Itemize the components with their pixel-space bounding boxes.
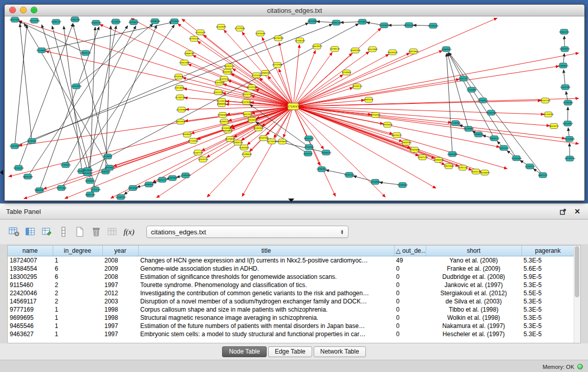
column-header-year[interactable]: year xyxy=(102,246,138,256)
column-header-title[interactable]: title xyxy=(138,246,394,256)
float-panel-icon[interactable] xyxy=(558,207,568,216)
svg-text:21120208: 21120208 xyxy=(216,100,227,102)
svg-text:25267394: 25267394 xyxy=(540,99,551,102)
network-table-selector-value: citations_edges.txt xyxy=(151,228,340,236)
table-cell: 9699695 xyxy=(8,314,53,322)
column-header-short[interactable]: short xyxy=(426,246,521,256)
row-height-icon[interactable] xyxy=(56,225,71,239)
svg-text:13901568: 13901568 xyxy=(179,61,190,64)
new-document-icon[interactable] xyxy=(73,225,87,239)
column-header-out-de-[interactable]: △ out_de… xyxy=(394,246,426,256)
table-cell: 1997 xyxy=(102,281,138,289)
svg-text:10876388: 10876388 xyxy=(128,187,139,189)
svg-text:15926682: 15926682 xyxy=(382,123,393,126)
table-cell: 1997 xyxy=(102,330,138,338)
close-window-button[interactable] xyxy=(9,7,16,13)
network-canvas[interactable]: 2381726523114758218813371748138114569798… xyxy=(5,16,583,201)
table-row[interactable]: 1456911722003Disruption of a novel membe… xyxy=(8,297,574,305)
table-cell: Structural magnetic resonance image aver… xyxy=(138,314,394,322)
delete-icon[interactable] xyxy=(89,225,103,239)
svg-text:14194299: 14194299 xyxy=(543,113,554,116)
table-row[interactable]: 946362711997Embryonic stem cells: a mode… xyxy=(8,330,574,338)
network-window-titlebar[interactable]: citations_edges.txt xyxy=(5,5,584,16)
svg-text:20221313: 20221313 xyxy=(157,179,168,181)
svg-text:8044297: 8044297 xyxy=(303,152,313,155)
table-row[interactable]: 977716911998Corpus callosum shape and si… xyxy=(8,305,574,314)
table-cell: 2009 xyxy=(102,265,138,273)
svg-text:11870835: 11870835 xyxy=(214,81,225,84)
zoom-window-button[interactable] xyxy=(31,7,37,13)
table-cell: Wolkin et al. (1998) xyxy=(426,314,521,322)
tab-edge-table[interactable]: Edge Table xyxy=(268,346,312,357)
close-panel-icon[interactable]: ✕ xyxy=(573,207,582,216)
table-row[interactable]: 946554611997Estimation of the future num… xyxy=(8,322,574,330)
svg-text:12437871: 12437871 xyxy=(216,26,227,28)
table-cell: 18300295 xyxy=(8,273,53,281)
svg-text:17757073: 17757073 xyxy=(60,164,71,166)
table-panel-title: Table Panel xyxy=(6,208,41,215)
minimize-window-button[interactable] xyxy=(20,7,27,13)
table-row[interactable]: 2242004622012Investigating the contribut… xyxy=(8,289,574,297)
table-cell: 5.3E-5 xyxy=(521,314,574,322)
svg-text:15041429: 15041429 xyxy=(344,173,355,176)
table-cell: 0 xyxy=(394,273,426,281)
cytoscape-app: citations_edges.txt 23817265231147582188… xyxy=(0,0,588,372)
function-builder-icon[interactable]: f(x) xyxy=(122,225,136,239)
tab-node-table[interactable]: Node Table xyxy=(222,346,267,357)
svg-text:16240256: 16240256 xyxy=(273,37,284,39)
column-header-pagerank[interactable]: pagerank xyxy=(521,246,574,256)
svg-text:14451167: 14451167 xyxy=(458,166,468,169)
table-row[interactable]: 969969511998Structural magnetic resonanc… xyxy=(8,314,574,322)
svg-text:13530569: 13530569 xyxy=(370,181,381,183)
table-cell: 9465546 xyxy=(8,322,53,330)
table-vertical-scrollbar[interactable] xyxy=(574,246,580,343)
table-cell: 0 xyxy=(394,297,426,305)
network-table-selector[interactable]: citations_edges.txt ▲▼ xyxy=(146,226,349,238)
svg-text:15864561: 15864561 xyxy=(34,189,45,191)
table-cell: 22420046 xyxy=(8,289,53,297)
table-cell: 9463627 xyxy=(8,330,53,338)
svg-text:15840114: 15840114 xyxy=(80,52,91,54)
svg-text:8745508: 8745508 xyxy=(342,71,351,74)
table-panel-header: Table Panel ✕ xyxy=(0,203,588,220)
svg-text:24737585: 24737585 xyxy=(272,63,283,66)
svg-text:16942515: 16942515 xyxy=(303,137,314,140)
svg-text:17481381: 17481381 xyxy=(70,18,80,21)
table-cell: 1 xyxy=(53,330,102,338)
table-row[interactable]: 911546021997Tourette syndrome. Phenomeno… xyxy=(8,281,574,289)
table-row[interactable]: 1872400712008Changes of HCN gene express… xyxy=(8,256,574,265)
svg-text:12302036: 12302036 xyxy=(511,157,522,160)
svg-text:9334946: 9334946 xyxy=(174,75,183,78)
svg-text:18654395: 18654395 xyxy=(23,176,33,178)
show-columns-icon[interactable] xyxy=(24,225,38,239)
scrollbar-thumb[interactable] xyxy=(575,246,579,297)
tab-network-table[interactable]: Network Table xyxy=(314,346,366,357)
svg-text:23978676: 23978676 xyxy=(277,140,288,143)
table-row[interactable]: 1938455462009Genome-wide association stu… xyxy=(8,265,574,273)
table-settings-icon[interactable] xyxy=(7,225,21,239)
svg-text:12448102: 12448102 xyxy=(295,39,306,42)
svg-text:19006420: 19006420 xyxy=(387,51,398,54)
svg-text:15318113: 15318113 xyxy=(352,85,362,87)
column-header-name[interactable]: name xyxy=(8,246,53,256)
table-cell: Stergiakouli et al. (2012) xyxy=(426,289,521,297)
table-cell: 0 xyxy=(394,289,426,297)
table-cell: Corpus callosum shape and size in male p… xyxy=(138,305,394,314)
svg-text:24346394: 24346394 xyxy=(428,25,439,27)
svg-text:12585726: 12585726 xyxy=(232,141,243,144)
import-table-icon[interactable] xyxy=(105,225,120,239)
table-row[interactable]: 1830029562008Estimation of significance … xyxy=(8,273,574,281)
svg-text:22128842: 22128842 xyxy=(36,49,47,52)
svg-text:21207828: 21207828 xyxy=(234,27,245,30)
svg-text:8867173: 8867173 xyxy=(538,174,548,177)
table-header-row: namein_degreeyeartitle△ out_de…shortpage… xyxy=(8,246,574,256)
edit-table-icon[interactable] xyxy=(40,225,54,239)
scroll-indicator-left-icon xyxy=(0,170,3,175)
svg-text:8438260: 8438260 xyxy=(27,140,36,142)
svg-text:11179074: 11179074 xyxy=(357,20,368,23)
window-controls xyxy=(9,7,37,13)
column-header-in-degree[interactable]: in_degree xyxy=(53,246,102,256)
network-window-title: citations_edges.txt xyxy=(5,7,584,14)
svg-text:21822698: 21822698 xyxy=(10,145,20,147)
svg-text:21257239: 21257239 xyxy=(525,165,535,168)
